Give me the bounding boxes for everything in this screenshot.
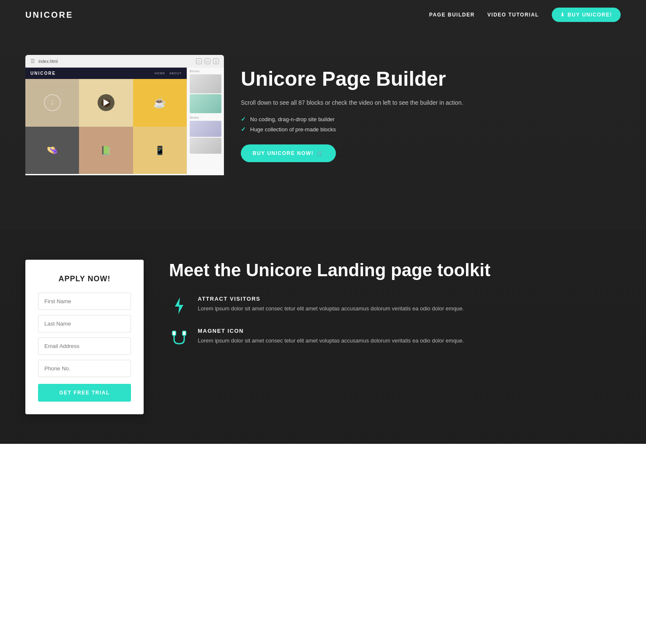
first-name-input[interactable]	[38, 293, 131, 310]
grid-cell-logo: ☆R	[25, 79, 79, 127]
hero-subtitle: Scroll down to see all 87 blocks or chec…	[241, 98, 621, 107]
grid-cell-product: 📦	[79, 79, 133, 127]
feature-magnet-name: MAGNET ICON	[198, 328, 464, 334]
feature-magnet-text: MAGNET ICON Lorem ipsum dolor sit amet c…	[198, 328, 464, 345]
sidebar-media-label: Media	[187, 114, 224, 120]
cart-icon: 🛒	[317, 150, 324, 156]
get-free-trial-button[interactable]: GET FREE TRIAL	[38, 384, 131, 402]
browser-grid: ☆R 📦 ☕ 👒	[25, 79, 187, 174]
tablet-icon: ▭	[204, 58, 210, 64]
apply-form-card: APPLY NOW! GET FREE TRIAL	[25, 260, 144, 414]
second-content: APPLY NOW! GET FREE TRIAL Meet the Unico…	[0, 230, 646, 444]
meet-content: Meet the Unicore Landing page toolkit AT…	[169, 260, 621, 360]
nav-buy-label: BUY UNICORE!	[567, 12, 612, 18]
desktop-icon: □	[196, 58, 202, 64]
svg-marker-0	[175, 297, 183, 314]
browser-sidebar: Blocks Media	[187, 68, 224, 175]
book-icon: 📗	[101, 145, 111, 155]
browser-inner-logo: UNICORE	[30, 71, 56, 76]
sidebar-thumb-4	[190, 138, 221, 154]
browser-nav-home: HOME	[155, 72, 165, 75]
svg-rect-4	[183, 331, 186, 335]
sidebar-thumb-2	[190, 94, 221, 113]
site-logo: UNICORE	[25, 10, 73, 20]
hero-content: ☰ index.html □ ▭ ▯ UNICORE HOME ABOUT	[0, 0, 646, 201]
nav-video-tutorial[interactable]: VIDEO TUTORIAL	[488, 12, 539, 18]
nav-page-builder[interactable]: PAGE BUILDER	[429, 12, 475, 18]
feature-attract-visitors: ATTRACT VISITORS Lorem ipsum dolor sit a…	[169, 296, 621, 316]
download-icon: ⬇	[560, 12, 565, 18]
main-nav: PAGE BUILDER VIDEO TUTORIAL ⬇ BUY UNICOR…	[429, 8, 621, 22]
hero-cta-button[interactable]: BUY UNICORE NOW! 🛒	[241, 144, 336, 162]
grid-cell-person: 👒	[25, 127, 79, 174]
browser-url: index.html	[38, 59, 193, 64]
feature-magnet: MAGNET ICON Lorem ipsum dolor sit amet c…	[169, 328, 621, 348]
feature-attract-desc: Lorem ipsum dolor sit amet consec tetur …	[198, 304, 464, 313]
sidebar-thumb-1	[190, 74, 221, 93]
phone-input[interactable]	[38, 360, 131, 377]
feature-attract-name: ATTRACT VISITORS	[198, 296, 464, 302]
lightning-icon	[169, 296, 189, 316]
hero-feature-1-text: No coding, drag-n-drop site builder	[250, 116, 335, 122]
browser-mockup: ☰ index.html □ ▭ ▯ UNICORE HOME ABOUT	[25, 55, 224, 175]
menu-icon: ☰	[30, 58, 35, 64]
second-section: APPLY NOW! GET FREE TRIAL Meet the Unico…	[0, 230, 646, 444]
browser-main-area: UNICORE HOME ABOUT ☆R 📦	[25, 68, 187, 175]
sidebar-blocks-label: Blocks	[187, 68, 224, 73]
tablet-icon-cell: 📱	[155, 145, 165, 155]
check-icon-2: ✓	[241, 126, 246, 133]
grid-cell-book: 📗	[79, 127, 133, 174]
hero-feature-1: ✓ No coding, drag-n-drop site builder	[241, 116, 621, 122]
check-icon-1: ✓	[241, 116, 246, 122]
hero-title: Unicore Page Builder	[241, 68, 621, 90]
mobile-icon: ▯	[213, 58, 219, 64]
hero-feature-2-text: Huge collection of pre-made blocks	[250, 126, 336, 133]
hero-features-list: ✓ No coding, drag-n-drop site builder ✓ …	[241, 116, 621, 133]
feature-magnet-desc: Lorem ipsum dolor sit amet consec tetur …	[198, 337, 464, 345]
grid-cell-mug: ☕	[133, 79, 187, 127]
browser-nav-about: ABOUT	[169, 72, 182, 75]
mug-icon: ☕	[153, 97, 166, 109]
browser-inner-nav: HOME ABOUT	[155, 72, 182, 75]
hero-section: ☰ index.html □ ▭ ▯ UNICORE HOME ABOUT	[0, 0, 646, 230]
person-icon: 👒	[46, 145, 58, 156]
magnet-icon	[169, 328, 189, 348]
sidebar-thumb-3	[190, 121, 221, 137]
hero-cta-label: BUY UNICORE NOW!	[253, 150, 313, 156]
circle-logo-icon: ☆R	[44, 94, 61, 111]
meet-title: Meet the Unicore Landing page toolkit	[169, 260, 621, 281]
browser-device-icons: □ ▭ ▯	[196, 58, 219, 64]
nav-buy-button[interactable]: ⬇ BUY UNICORE!	[552, 8, 621, 22]
last-name-input[interactable]	[38, 315, 131, 332]
hero-feature-2: ✓ Huge collection of pre-made blocks	[241, 126, 621, 133]
play-button[interactable]	[98, 94, 114, 111]
play-arrow-icon	[104, 99, 109, 106]
grid-cell-tablet: 📱	[133, 127, 187, 174]
hero-text: Unicore Page Builder Scroll down to see …	[241, 68, 621, 162]
browser-inner-header: UNICORE HOME ABOUT	[25, 68, 187, 79]
feature-attract-text: ATTRACT VISITORS Lorem ipsum dolor sit a…	[198, 296, 464, 313]
form-title: APPLY NOW!	[38, 274, 131, 283]
browser-body: UNICORE HOME ABOUT ☆R 📦	[25, 68, 224, 175]
email-address-input[interactable]	[38, 337, 131, 355]
site-header: UNICORE PAGE BUILDER VIDEO TUTORIAL ⬇ BU…	[0, 0, 646, 30]
svg-rect-3	[172, 331, 176, 335]
browser-chrome-bar: ☰ index.html □ ▭ ▯	[25, 55, 224, 68]
